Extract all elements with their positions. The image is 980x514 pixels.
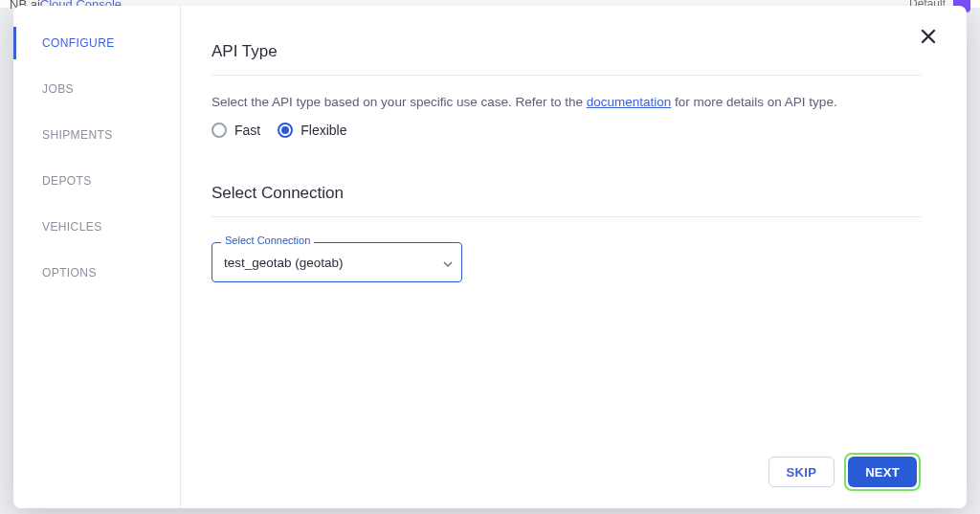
select-connection-box[interactable]: test_geotab (geotab) (212, 242, 462, 282)
api-type-title: API Type (212, 42, 921, 61)
next-button[interactable]: NEXT (848, 457, 917, 487)
radio-icon (212, 123, 227, 138)
select-connection-value: test_geotab (geotab) (224, 256, 344, 270)
radio-fast[interactable]: Fast (212, 123, 260, 138)
skip-button[interactable]: SKIP (768, 457, 835, 487)
footer: SKIP NEXT (212, 453, 921, 491)
sidebar-item-shipments[interactable]: SHIPMENTS (13, 119, 180, 151)
radio-flexible-label: Flexible (301, 123, 346, 138)
sidebar-item-depots[interactable]: DEPOTS (13, 165, 180, 197)
next-button-highlight: NEXT (844, 453, 921, 491)
select-connection-field[interactable]: Select Connection test_geotab (geotab) (212, 242, 462, 282)
main-panel: API Type Select the API type based on yo… (181, 6, 967, 508)
sidebar-item-jobs[interactable]: JOBS (13, 73, 180, 105)
chevron-down-icon (443, 254, 453, 271)
radio-fast-label: Fast (234, 123, 260, 138)
help-pre: Select the API type based on your specif… (212, 95, 587, 109)
modal: CONFIGURE JOBS SHIPMENTS DEPOTS VEHICLES… (13, 6, 967, 508)
select-connection-label: Select Connection (221, 235, 314, 246)
divider (212, 216, 921, 217)
divider (212, 75, 921, 76)
documentation-link[interactable]: documentation (587, 95, 672, 109)
api-type-help: Select the API type based on your specif… (212, 95, 921, 109)
close-icon (919, 27, 938, 46)
select-connection-title: Select Connection (212, 184, 921, 203)
sidebar-item-vehicles[interactable]: VEHICLES (13, 211, 180, 243)
sidebar-item-options[interactable]: OPTIONS (13, 257, 180, 289)
close-button[interactable] (915, 23, 942, 50)
sidebar-item-configure[interactable]: CONFIGURE (13, 27, 180, 59)
api-type-options: Fast Flexible (212, 123, 921, 138)
radio-flexible[interactable]: Flexible (278, 123, 346, 138)
sidebar: CONFIGURE JOBS SHIPMENTS DEPOTS VEHICLES… (13, 6, 181, 508)
radio-icon (278, 123, 293, 138)
help-post: for more details on API type. (671, 95, 836, 109)
